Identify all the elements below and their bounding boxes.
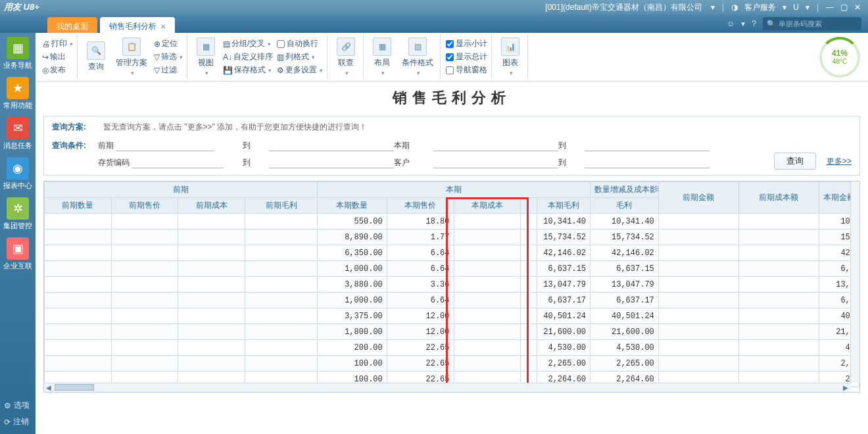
u-label[interactable]: U bbox=[790, 3, 802, 12]
gauge-temp: 48°C bbox=[832, 58, 847, 65]
sidebar-item-report[interactable]: ◉报表中心 bbox=[1, 157, 34, 193]
th-prev-cost[interactable]: 前期成本 bbox=[178, 198, 245, 214]
curr-to-input[interactable] bbox=[585, 139, 710, 151]
table-row[interactable]: 550.0018.8010,341.4010,341.4010, bbox=[45, 214, 859, 229]
scroll-left-icon[interactable]: ◀ bbox=[44, 384, 53, 392]
table-cell bbox=[178, 340, 245, 356]
table-cell: 200.00 bbox=[318, 340, 387, 356]
table-row[interactable]: 8,890.001.7715,734.5215,734.5215, bbox=[45, 229, 859, 245]
prev-from-input[interactable] bbox=[116, 139, 214, 151]
th-group-prev: 前期 bbox=[45, 182, 318, 198]
view-button[interactable]: ▦视图 bbox=[193, 36, 219, 78]
sidebar-item-biznav[interactable]: ▦业务导航 bbox=[1, 37, 34, 73]
table-row[interactable]: 200.0022.654,530.004,530.004, bbox=[45, 340, 859, 356]
table-cell bbox=[245, 214, 318, 229]
sidebar-item-corp[interactable]: ▣企业互联 bbox=[1, 237, 34, 274]
print-button[interactable]: 🖨 打印 bbox=[42, 38, 73, 49]
service-label[interactable]: 客户服务 bbox=[741, 2, 779, 13]
prev-to-input[interactable] bbox=[269, 139, 394, 151]
sidebar-item-msg[interactable]: ✉消息任务 bbox=[1, 117, 34, 153]
mgmt-icon: 📋 bbox=[122, 37, 141, 56]
sidebar-logout[interactable]: ⟳注销 bbox=[0, 414, 36, 430]
close-icon[interactable]: ✕ bbox=[851, 3, 864, 12]
th-curr-gross[interactable]: 本期毛利 bbox=[537, 198, 590, 214]
table-row[interactable]: 100.0022.652,265.002,265.002,2 bbox=[45, 356, 859, 372]
condfmt-button[interactable]: ▤条件格式 bbox=[399, 36, 436, 78]
cust-from-input[interactable] bbox=[433, 157, 558, 168]
info-icon[interactable]: ? bbox=[752, 19, 756, 28]
th-curr-price[interactable]: 本期售价 bbox=[387, 198, 454, 214]
hscrollbar[interactable]: ◀▶ bbox=[44, 383, 850, 392]
service-dd-icon[interactable]: ▾ bbox=[779, 3, 790, 12]
sidebar-item-common[interactable]: ★常用功能 bbox=[1, 77, 34, 113]
th-prev-price[interactable]: 前期售价 bbox=[111, 198, 178, 214]
layout-button[interactable]: ▦布局 bbox=[369, 36, 395, 78]
exclude-button[interactable]: ▽ 过滤 bbox=[154, 64, 183, 76]
filter-button[interactable]: ▽ 筛选 bbox=[154, 51, 183, 62]
more-link[interactable]: 更多>> bbox=[827, 156, 852, 167]
table-row[interactable]: 1,000.006.646,637.176,637.176,6 bbox=[45, 293, 859, 308]
sidebar-options[interactable]: ⚙选项 bbox=[0, 397, 36, 414]
help-icon[interactable]: ◑ bbox=[728, 3, 741, 12]
chart-button[interactable]: 📊图表 bbox=[497, 36, 523, 78]
th-prev-costamt: 前期成本额 bbox=[738, 182, 819, 214]
link-button[interactable]: 🔗联查 bbox=[333, 36, 359, 78]
table-cell bbox=[178, 245, 245, 261]
th-prev-gross[interactable]: 前期毛利 bbox=[245, 198, 318, 214]
subtotal-check[interactable]: 显示小计 bbox=[446, 38, 487, 49]
smile-icon[interactable]: ☺ bbox=[727, 19, 735, 28]
savefmt-button[interactable]: 💾 保存格式 bbox=[223, 64, 273, 76]
navpane-label: 导航窗格 bbox=[456, 64, 487, 76]
sidebar-item-group[interactable]: ✲集团管控 bbox=[1, 197, 34, 233]
tab-home[interactable]: 我的桌面 bbox=[47, 17, 97, 33]
run-query-button[interactable]: 查询 bbox=[774, 153, 816, 170]
locate-button[interactable]: ⊕ 定位 bbox=[154, 38, 183, 49]
smile-dd[interactable]: ▾ bbox=[741, 19, 745, 28]
u-dd-icon[interactable]: ▾ bbox=[802, 3, 813, 12]
options-label: 选项 bbox=[14, 400, 30, 411]
query-button[interactable]: 🔍查询 bbox=[83, 40, 109, 74]
f-curr: 本期 bbox=[394, 140, 433, 151]
tab-sales-gross[interactable]: 销售毛利分析 ✕ bbox=[100, 17, 175, 33]
colfmt-button[interactable]: ▥ 列格式 bbox=[277, 51, 323, 62]
publish-button[interactable]: ◎ 发布 bbox=[42, 64, 73, 76]
scroll-thumb[interactable] bbox=[55, 384, 94, 391]
table-cell bbox=[521, 340, 537, 356]
th-gross[interactable]: 毛利 bbox=[591, 198, 659, 214]
th-prev-amount: 前期金额 bbox=[658, 182, 738, 214]
company-dd-icon[interactable]: ▾ bbox=[708, 3, 718, 12]
company-name[interactable]: [001](default)帝宝交通器材（南昌）有限公司 bbox=[545, 2, 702, 13]
navpane-check[interactable]: 导航窗格 bbox=[446, 64, 487, 76]
th-curr-qty[interactable]: 本期数量 bbox=[318, 198, 387, 214]
tab-close-icon[interactable]: ✕ bbox=[160, 23, 166, 30]
output-button[interactable]: ↪ 输出 bbox=[42, 51, 73, 62]
table-cell bbox=[45, 214, 112, 229]
sidebar-label: 企业互联 bbox=[3, 261, 32, 271]
table-row[interactable]: 1,800.0012.0021,600.0021,600.0021,6 bbox=[45, 324, 859, 340]
scroll-right-icon[interactable]: ▶ bbox=[841, 384, 850, 392]
autowrap-check[interactable]: 自动换行 bbox=[277, 38, 323, 49]
moreset-button[interactable]: ⚙ 更多设置 bbox=[277, 64, 323, 76]
total-check[interactable]: 显示总计 bbox=[446, 51, 487, 62]
table-row[interactable]: 6,350.006.6442,146.0242,146.0242, bbox=[45, 245, 859, 261]
table-cell bbox=[178, 324, 245, 340]
maximize-icon[interactable]: ▢ bbox=[837, 3, 851, 12]
stock-to-input[interactable] bbox=[269, 157, 394, 168]
table-row[interactable]: 1,000.006.646,637.156,637.156,6 bbox=[45, 261, 859, 277]
groupcross-button[interactable]: ▤ 分组/交叉 bbox=[223, 38, 273, 49]
curr-from-input[interactable] bbox=[433, 139, 558, 151]
th-curr-cost[interactable]: 本期成本 bbox=[454, 198, 521, 214]
mgmt-button[interactable]: 📋管理方案 bbox=[113, 36, 150, 78]
table-row[interactable]: 3,375.0012.0040,501.2440,501.2440, bbox=[45, 308, 859, 324]
minimize-icon[interactable]: — bbox=[823, 3, 837, 12]
customsort-button[interactable]: A↓ 自定义排序 bbox=[223, 51, 273, 62]
sidebar-label: 集团管控 bbox=[3, 221, 32, 231]
query-plan-hint: 暂无查询方案，请点击 "更多>>" 添加，有助于您更加方便快捷的进行查询！ bbox=[103, 122, 367, 133]
cust-to-input[interactable] bbox=[585, 157, 710, 168]
stock-from-input[interactable] bbox=[132, 157, 224, 168]
search-box[interactable]: 🔍 单据条码搜索 bbox=[763, 17, 861, 30]
table-row[interactable]: 3,880.003.3613,047.7913,047.7913,0 bbox=[45, 277, 859, 293]
vscrollbar[interactable] bbox=[850, 181, 859, 383]
th-prev-qty[interactable]: 前期数量 bbox=[45, 198, 112, 214]
table-cell bbox=[45, 308, 112, 324]
